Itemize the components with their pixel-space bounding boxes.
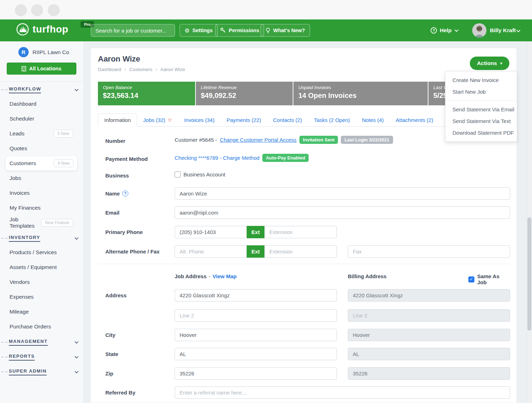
job-state-field[interactable] (175, 348, 337, 360)
permissions-button[interactable]: Permissions (215, 24, 264, 37)
billing-address-line2-field (348, 309, 510, 322)
billing-state-field (348, 348, 510, 360)
sidebar-item-dashboard[interactable]: Dashboard (0, 97, 83, 111)
job-address-line2-field[interactable] (175, 309, 337, 322)
building-icon (22, 66, 26, 71)
section-workflow[interactable]: WORKFLOW (0, 82, 83, 97)
alt-phone-label: Alternate Phone / Fax (105, 245, 159, 258)
chevron-down-icon (75, 340, 78, 344)
section-management[interactable]: MANAGEMENT (0, 334, 83, 349)
sidebar-item-products-services[interactable]: Products / Services (0, 245, 83, 260)
referred-by-field[interactable] (175, 386, 510, 399)
change-portal-access-link[interactable]: Change Customer Portal Access (220, 137, 297, 143)
caret-down-icon: ▾ (500, 61, 502, 66)
all-locations-button[interactable]: All Locations (7, 63, 76, 75)
sidebar-item-my-finances[interactable]: My Finances (0, 200, 83, 215)
address-label: Address (105, 289, 127, 302)
primary-phone-label: Primary Phone (105, 226, 143, 238)
chevron-down-icon (454, 28, 458, 32)
page-title: Aaron Wize (98, 54, 140, 64)
dash-decoration (1, 89, 7, 90)
zip-label: Zip (105, 367, 113, 380)
window-dot (15, 4, 27, 16)
lightbulb-icon (265, 28, 270, 34)
billing-zip-field (348, 367, 510, 380)
breadcrumb-current: Aaron Wize (160, 67, 185, 72)
tab-contacts[interactable]: Contacts (2) (267, 114, 308, 126)
question-circle-icon[interactable]: ? (122, 191, 128, 197)
actions-button[interactable]: Actions ▾ (470, 57, 509, 70)
stat-open-balance: Open Balance $23,563.14 (98, 82, 195, 105)
sidebar-item-expenses[interactable]: Expenses (0, 290, 83, 304)
menu-item-start-new-job[interactable]: Start New Job (445, 86, 517, 98)
payment-method-row: Checking ****6789 - Charge Method Auto-P… (175, 153, 309, 163)
dash-decoration (1, 372, 7, 372)
view-map-link[interactable]: View Map (212, 273, 236, 279)
sidebar-item-purchase-orders[interactable]: Purchase Orders (0, 319, 83, 334)
sidebar-item-mileage[interactable]: Mileage (0, 304, 83, 319)
scrollbar-thumb[interactable] (527, 217, 531, 331)
help-menu[interactable]: ? Help (431, 19, 457, 41)
menu-item-create-new-invoice[interactable]: Create New Invoice (445, 74, 517, 86)
job-address-field[interactable] (175, 289, 337, 302)
tab-tasks[interactable]: Tasks (2 Open) (308, 114, 356, 126)
name-field[interactable] (175, 187, 510, 200)
company-switcher[interactable]: R RIIPL Lawn Co (0, 41, 83, 57)
tab-payments[interactable]: Payments (22) (221, 114, 267, 126)
turfhop-logo-icon (16, 23, 29, 36)
state-label: State (105, 348, 118, 360)
charge-method-link[interactable]: Checking ****6789 - Charge Method (175, 155, 259, 161)
menu-item-send-statement-email[interactable]: Send Statement Via Email (445, 104, 517, 115)
same-as-job-checkbox[interactable] (468, 276, 474, 282)
search-input[interactable] (91, 24, 175, 37)
sidebar-item-invoices[interactable]: Invoices (0, 186, 83, 200)
brand-logo[interactable]: turfhop Pro (16, 23, 68, 36)
fax-field[interactable] (348, 245, 510, 258)
whats-new-button[interactable]: What's New? (261, 24, 310, 37)
breadcrumb: Dashboard › Customers › Aaron Wize (98, 66, 185, 72)
name-label: Name ? (105, 187, 128, 200)
auto-pay-badge: Auto-Pay Enabled (262, 154, 309, 162)
sidebar-item-customers[interactable]: Customers4 New (6, 156, 77, 170)
sidebar-item-job-templates[interactable]: Job TemplatesNew Feature (0, 215, 83, 230)
sidebar-item-scheduler[interactable]: Scheduler (0, 111, 83, 126)
section-reports[interactable]: REPORTS (0, 349, 83, 364)
divider (98, 264, 510, 264)
user-menu[interactable]: Billy Kraft (490, 19, 516, 41)
city-label: City (105, 329, 115, 341)
tab-jobs[interactable]: Jobs (32)☆ (137, 113, 178, 126)
settings-button[interactable]: ⚙ Settings (180, 24, 218, 37)
sidebar-item-leads[interactable]: Leads3 New (0, 126, 83, 141)
primary-phone-field[interactable] (175, 226, 247, 238)
menu-item-download-statement-pdf[interactable]: Download Statement PDF (445, 127, 517, 139)
sidebar-item-jobs[interactable]: Jobs (0, 171, 83, 186)
breadcrumb-customers[interactable]: Customers (129, 67, 152, 72)
sidebar-item-vendors[interactable]: Vendors (0, 275, 83, 290)
avatar[interactable] (472, 23, 486, 37)
tab-notes[interactable]: Notes (4) (356, 114, 390, 126)
tab-information[interactable]: Information (98, 113, 137, 127)
breadcrumb-separator: › (156, 66, 157, 72)
alt-phone-field[interactable] (175, 245, 247, 258)
section-inventory[interactable]: INVENTORY (0, 230, 83, 245)
scrollbar-track[interactable] (527, 41, 532, 403)
ext-label: Ext (247, 245, 264, 258)
chevron-down-icon (75, 355, 78, 358)
tab-attachments[interactable]: Attachments (2) (390, 114, 439, 126)
primary-extension-field[interactable] (264, 226, 337, 238)
job-city-field[interactable] (175, 329, 337, 341)
referred-by-label: Referred By (105, 386, 135, 399)
ext-label: Ext (247, 226, 264, 238)
menu-item-send-statement-text[interactable]: Send Statement Via Text (445, 115, 517, 127)
new-count-badge: 3 New (53, 130, 73, 138)
alt-extension-field[interactable] (264, 245, 337, 258)
business-account-checkbox[interactable] (175, 171, 181, 177)
sidebar-item-quotes[interactable]: Quotes (0, 141, 83, 156)
section-super-admin[interactable]: SUPER ADMIN (0, 364, 83, 379)
tab-invoices[interactable]: Invoices (34) (178, 114, 221, 126)
breadcrumb-dashboard[interactable]: Dashboard (98, 67, 121, 72)
sidebar-item-assets-equipment[interactable]: Assets / Equipment (0, 260, 83, 275)
window-dot (31, 4, 43, 16)
email-field[interactable] (175, 206, 510, 219)
job-zip-field[interactable] (175, 367, 337, 380)
